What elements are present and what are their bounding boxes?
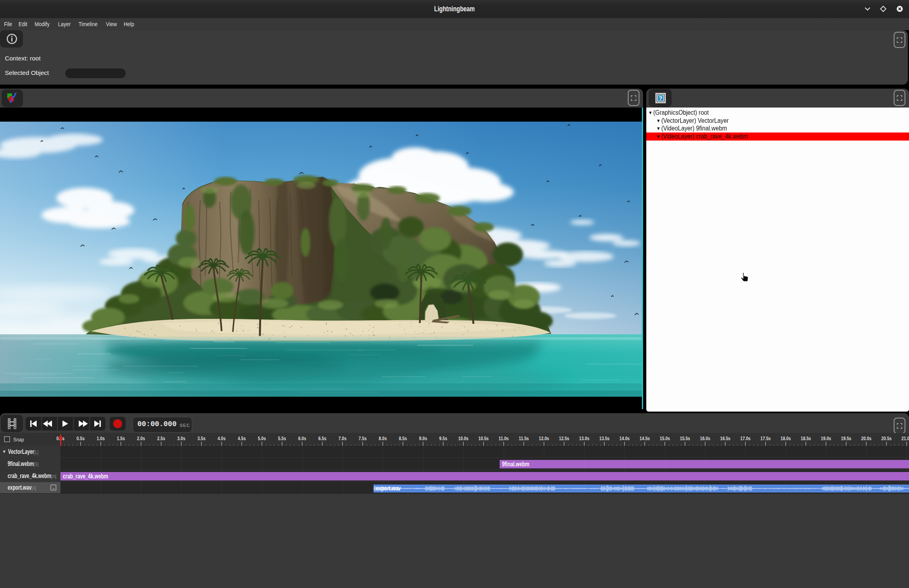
svg-text:?: ?: [659, 95, 662, 101]
